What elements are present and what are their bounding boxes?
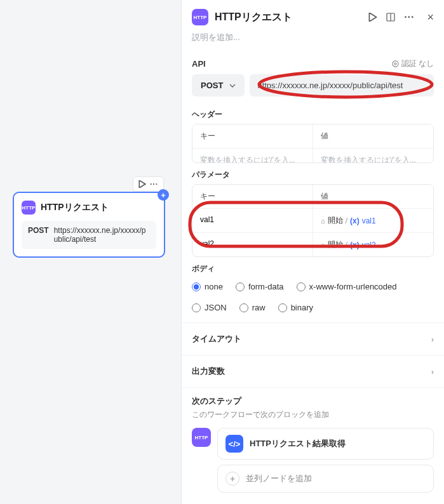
api-label: API: [192, 59, 206, 69]
header-key-input[interactable]: 変数を挿入するには'/'を入...: [192, 149, 313, 163]
code-icon: </>: [225, 435, 243, 453]
play-icon[interactable]: [368, 13, 377, 22]
node-title: HTTPリクエスト: [41, 202, 109, 213]
col-key: キー: [192, 124, 313, 149]
body-type-radios: none form-data x-www-form-urlencoded JSO…: [192, 278, 434, 316]
svg-point-3: [394, 63, 396, 65]
panel-title: HTTPリクエスト: [215, 11, 362, 24]
node-method: POST: [28, 226, 49, 244]
add-parallel-node-button[interactable]: + 並列ノードを追加: [217, 465, 434, 493]
param-value-input[interactable]: ⌂ 開始 / (x) val1: [313, 209, 433, 233]
radio-form-data[interactable]: form-data: [236, 282, 284, 291]
headers-table: キー 値 変数を挿入するには'/'を入... 変数を挿入するには'/'を入...: [192, 124, 434, 163]
home-icon: ⌂: [321, 217, 325, 225]
header-value-input[interactable]: 変数を挿入するには'/'を入...: [313, 149, 433, 163]
more-icon[interactable]: ···: [404, 11, 414, 23]
param-key-input[interactable]: val1: [192, 209, 313, 233]
param-value-input[interactable]: ⌂ 開始 / (x) val2: [313, 233, 433, 256]
workflow-canvas[interactable]: ··· + HTTP HTTPリクエスト POST https://xxxxxx…: [0, 0, 181, 504]
more-icon[interactable]: ···: [150, 180, 158, 189]
next-block-http-result[interactable]: </> HTTPリクエスト結果取得: [217, 428, 434, 460]
node-url: https://xxxxxx.ne.jp/xxxxx/public/api/te…: [54, 226, 150, 244]
add-connection-button[interactable]: +: [158, 189, 169, 201]
description-input[interactable]: 説明を追加...: [182, 29, 444, 52]
radio-json[interactable]: JSON: [192, 303, 227, 312]
body-label: ボディ: [182, 257, 444, 278]
close-icon[interactable]: ×: [427, 11, 434, 24]
col-value: 値: [313, 185, 433, 209]
http-icon: HTTP: [192, 9, 208, 25]
node-toolbar: ···: [133, 176, 164, 192]
next-step-title: 次のステップ: [192, 395, 434, 407]
chevron-right-icon: ›: [431, 367, 434, 376]
plus-icon: +: [225, 472, 239, 486]
col-key: キー: [192, 185, 313, 209]
output-vars-section[interactable]: 出力変数 ›: [182, 355, 444, 387]
radio-urlencoded[interactable]: x-www-form-urlencoded: [297, 282, 397, 291]
col-value: 値: [313, 124, 433, 149]
auth-button[interactable]: 認証 なし: [392, 58, 434, 69]
params-table: キー 値 val1 ⌂ 開始 / (x) val1 val2 ⌂ 開始 /: [192, 184, 434, 257]
home-icon: ⌂: [321, 241, 325, 249]
play-icon[interactable]: [138, 180, 146, 189]
radio-binary[interactable]: binary: [278, 303, 313, 312]
method-select[interactable]: POST: [192, 74, 245, 96]
timeout-section[interactable]: タイムアウト ›: [182, 322, 444, 355]
params-label: パラメータ: [182, 163, 444, 184]
http-icon: HTTP: [192, 428, 211, 447]
config-panel: HTTP HTTPリクエスト ··· × 説明を追加... API 認証 なし …: [181, 0, 444, 504]
url-input[interactable]: [250, 74, 434, 96]
http-request-node[interactable]: + HTTP HTTPリクエスト POST https://xxxxxx.ne.…: [13, 192, 165, 258]
chevron-right-icon: ›: [431, 335, 434, 344]
radio-none[interactable]: none: [192, 282, 223, 291]
radio-raw[interactable]: raw: [239, 303, 266, 312]
node-summary: POST https://xxxxxx.ne.jp/xxxxx/public/a…: [22, 221, 156, 249]
next-step-subtitle: このワークフローで次のブロックを追加: [192, 409, 434, 420]
http-icon: HTTP: [22, 201, 36, 215]
param-key-input[interactable]: val2: [192, 233, 313, 256]
chevron-down-icon: [229, 83, 236, 89]
headers-label: ヘッダー: [182, 103, 444, 124]
svg-point-2: [393, 61, 398, 67]
book-icon[interactable]: [386, 13, 395, 22]
